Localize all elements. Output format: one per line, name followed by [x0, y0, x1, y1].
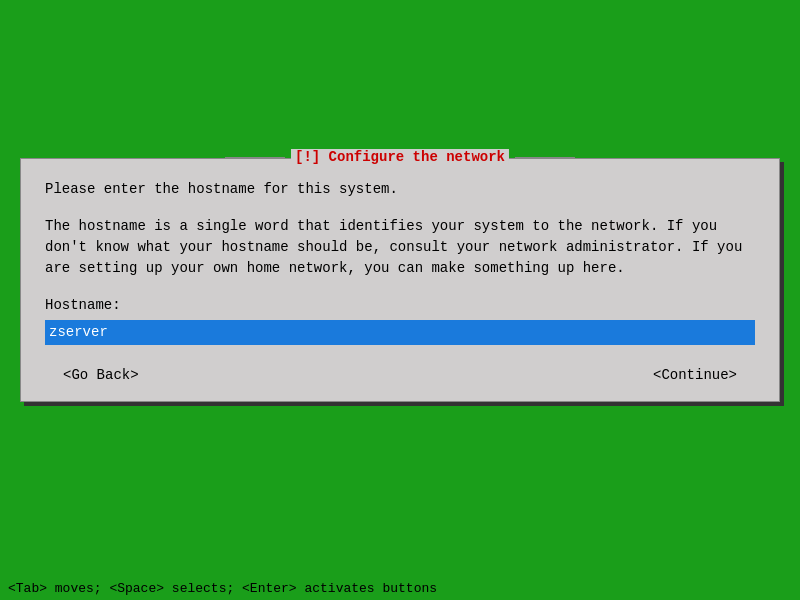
dialog-title-bar: [!] Configure the network	[225, 149, 575, 165]
dialog-wrapper: [!] Configure the network Please enter t…	[20, 158, 780, 402]
hostname-input-row: zserver	[45, 320, 755, 345]
go-back-button[interactable]: <Go Back>	[55, 365, 147, 385]
description-detail: The hostname is a single word that ident…	[45, 216, 755, 279]
button-row: <Go Back> <Continue>	[45, 365, 755, 385]
continue-button[interactable]: <Continue>	[645, 365, 745, 385]
dialog-title: [!] Configure the network	[291, 149, 509, 165]
hostname-input-container[interactable]: zserver	[45, 320, 755, 345]
description-main: Please enter the hostname for this syste…	[45, 179, 755, 200]
title-line-right	[515, 157, 575, 158]
hostname-label: Hostname:	[45, 295, 755, 316]
hostname-input[interactable]	[108, 323, 755, 343]
title-line-left	[225, 157, 285, 158]
status-bar: <Tab> moves; <Space> selects; <Enter> ac…	[0, 577, 800, 600]
dialog-body: Please enter the hostname for this syste…	[45, 179, 755, 385]
configure-network-dialog: [!] Configure the network Please enter t…	[20, 158, 780, 402]
hostname-prefix: zserver	[45, 320, 108, 345]
status-bar-text: <Tab> moves; <Space> selects; <Enter> ac…	[8, 581, 437, 596]
